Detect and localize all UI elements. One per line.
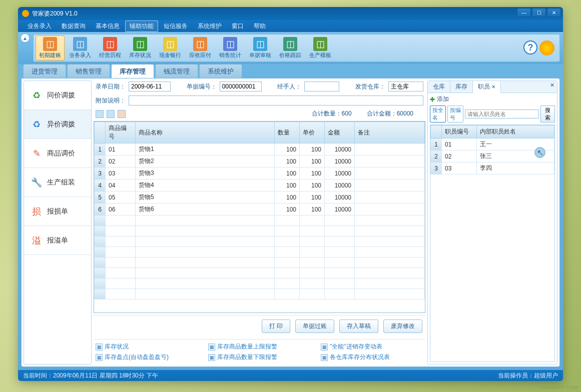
main-grid[interactable]: 商品编号商品名称数量单价金额备注101货物110010010000202货物21… (94, 121, 425, 313)
toolbar-6[interactable]: ◫销售统计 (216, 36, 245, 60)
tab-2[interactable]: 库存管理 (111, 64, 154, 78)
right-grid[interactable]: 职员编号内部职员姓名101王一202张三303李四 ↖ (430, 124, 555, 362)
tab-close-icon[interactable]: ✕ (491, 84, 495, 90)
close-button[interactable]: ✕ (547, 8, 561, 17)
link-5[interactable]: ▦各仓库库存分布状况表 (321, 353, 423, 362)
action-1[interactable]: 单据过账 (295, 320, 334, 333)
col-header[interactable] (431, 126, 442, 138)
menu-6[interactable]: 窗口 (227, 20, 248, 32)
grid-tool-icon-3[interactable] (118, 110, 126, 118)
sidebar-item-2[interactable]: ✎商品调价 (24, 139, 91, 168)
col-header[interactable]: 单价 (300, 122, 325, 144)
chip-fullname[interactable]: 按全名 (430, 106, 446, 122)
col-header[interactable]: 金额 (325, 122, 355, 144)
toolbar-5[interactable]: ◫应收应付 (186, 36, 215, 60)
add-button[interactable]: ✚ 添加 (430, 95, 555, 104)
chip-code[interactable]: 按编号 (447, 106, 463, 122)
toolbar-2[interactable]: ◫经营历程 (96, 36, 125, 60)
right-tab-2[interactable]: 职员✕ (473, 81, 501, 93)
toolbar-7[interactable]: ◫单据审核 (246, 36, 275, 60)
tab-1[interactable]: 销售管理 (67, 64, 110, 78)
col-header[interactable]: 内部职员姓名 (477, 126, 554, 138)
toolbar-8[interactable]: ◫价格跟踪 (276, 36, 305, 60)
col-header[interactable]: 数量 (275, 122, 300, 144)
tab-3[interactable]: 钱流管理 (155, 64, 198, 78)
link-1[interactable]: ▦库存商品数量上限报警 (208, 342, 311, 351)
sidebar-item-label: 同价调拨 (47, 91, 75, 100)
right-tab-0[interactable]: 仓库 (428, 81, 450, 92)
toolbar-4[interactable]: ◫现金银行 (156, 36, 185, 60)
table-row[interactable] (95, 226, 425, 236)
plus-icon: ✚ (430, 96, 435, 103)
table-row[interactable] (95, 268, 425, 278)
maximize-button[interactable]: ☐ (532, 8, 546, 17)
table-row[interactable]: 404货物410010010000 (95, 180, 425, 192)
toolbar-1[interactable]: ◫业务录入 (66, 36, 95, 60)
menu-7[interactable]: 帮助 (249, 20, 270, 32)
toolbar-3[interactable]: ◫库存状况 (126, 36, 155, 60)
menu-4[interactable]: 短信服务 (159, 20, 192, 32)
col-header[interactable]: 备注 (355, 122, 425, 144)
table-row[interactable]: 303李四 (431, 162, 554, 174)
sidebar-item-4[interactable]: 损报损单 (24, 197, 91, 226)
col-header[interactable]: 商品编号 (106, 122, 136, 144)
action-2[interactable]: 存入草稿 (339, 320, 378, 333)
link-icon: ▦ (208, 344, 215, 350)
toolbar-0[interactable]: ◫初期建账 (36, 36, 65, 60)
table-row[interactable]: 101货物110010010000 (95, 144, 425, 156)
link-4[interactable]: ▦库存商品数量下限报警 (208, 353, 311, 362)
link-3[interactable]: ▦库存盘点(自动盘盈盘亏) (96, 353, 198, 362)
table-row[interactable]: 606货物610010010000 (95, 204, 425, 216)
col-header[interactable]: 商品名称 (136, 122, 275, 144)
sidebar-item-label: 报溢单 (47, 236, 68, 245)
panel-close-icon[interactable]: ✕ (548, 82, 555, 89)
sidebar-item-label: 商品调价 (47, 149, 75, 158)
search-input[interactable] (465, 110, 539, 118)
link-2[interactable]: ▦"全能"进销存变动表 (321, 342, 423, 351)
tab-4[interactable]: 系统维护 (199, 64, 242, 78)
action-0[interactable]: 打 印 (262, 320, 290, 333)
menu-1[interactable]: 数据查询 (57, 20, 90, 32)
col-header[interactable]: 职员编号 (442, 126, 477, 138)
table-row[interactable]: 505货物510010010000 (95, 192, 425, 204)
remark-input[interactable] (129, 96, 423, 106)
table-row[interactable] (95, 236, 425, 247)
tab-0[interactable]: 进货管理 (23, 64, 66, 78)
handler-input[interactable] (304, 82, 339, 92)
menu-0[interactable]: 业务录入 (23, 20, 56, 32)
action-3[interactable]: 废弃修改 (383, 320, 422, 333)
table-row[interactable] (95, 216, 425, 226)
grid-tool-icon-2[interactable] (107, 110, 115, 118)
table-row[interactable] (95, 278, 425, 289)
warehouse-input[interactable] (388, 82, 423, 92)
table-row[interactable]: 202货物210010010000 (95, 156, 425, 168)
date-input[interactable] (129, 82, 171, 92)
watermark: UIMAKER.COM (540, 385, 578, 390)
table-row[interactable] (95, 247, 425, 258)
sidebar-item-0[interactable]: ♻同价调拨 (24, 81, 91, 110)
table-row[interactable] (95, 289, 425, 300)
table-row[interactable]: 303货物310010010000 (95, 168, 425, 180)
sidebar-item-5[interactable]: 溢报溢单 (24, 226, 91, 255)
scroll-up-icon[interactable]: ↖ (534, 147, 545, 158)
toolbar-9[interactable]: ◫生产模板 (306, 36, 335, 60)
toolbar-collapse-icon[interactable]: ▲ (21, 34, 29, 42)
toolbar-icon: ◫ (283, 37, 297, 51)
menu-3[interactable]: 辅助功能 (125, 20, 158, 32)
col-header[interactable] (95, 122, 106, 144)
grid-tool-icon-1[interactable] (96, 110, 104, 118)
table-row[interactable] (95, 258, 425, 268)
sidebar-item-3[interactable]: 🔧生产组装 (24, 168, 91, 197)
link-icon: ▦ (321, 344, 328, 350)
minimize-button[interactable]: — (517, 8, 531, 17)
billno-input[interactable] (220, 82, 262, 92)
orb-icon[interactable] (539, 40, 554, 56)
right-tab-1[interactable]: 库存 (450, 81, 473, 92)
titlebar[interactable]: 管家婆2009 V1.0 — ☐ ✕ (18, 7, 563, 20)
link-0[interactable]: ▦库存状况 (96, 342, 198, 351)
search-button[interactable]: 搜索 (540, 106, 555, 122)
menu-2[interactable]: 基本信息 (91, 20, 124, 32)
help-icon[interactable]: ? (523, 40, 537, 54)
menu-5[interactable]: 系统维护 (193, 20, 226, 32)
sidebar-item-1[interactable]: ♻异价调拨 (24, 110, 91, 139)
